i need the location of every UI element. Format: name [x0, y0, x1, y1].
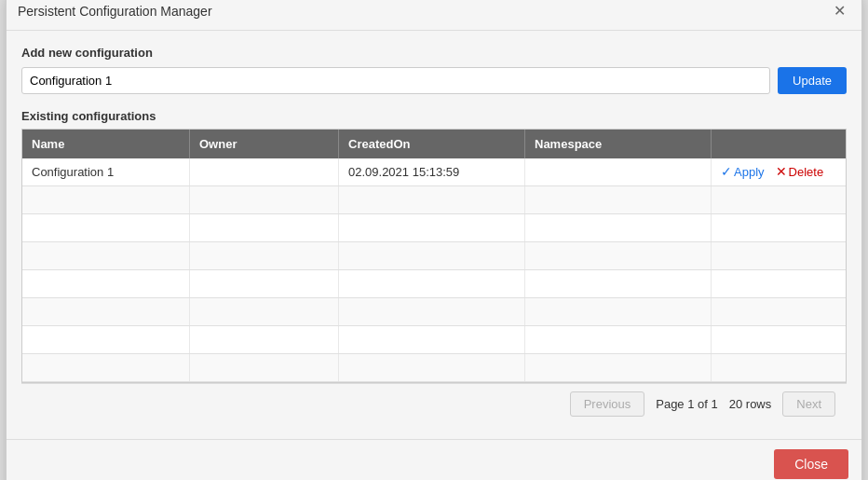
table-row [22, 298, 846, 326]
pagination-row: Previous Page 1 of 1 20 rows Next [21, 383, 847, 424]
cell-empty [22, 326, 190, 353]
cell-empty [525, 186, 712, 213]
update-button[interactable]: Update [778, 67, 847, 94]
add-config-row: Update [21, 67, 847, 94]
checkmark-icon: ✓ [721, 164, 732, 179]
cell-empty [190, 298, 339, 325]
dialog: Persistent Configuration Manager ✕ Add n… [6, 0, 862, 480]
previous-button[interactable]: Previous [570, 391, 645, 417]
cell-empty [190, 270, 339, 297]
cell-empty [712, 354, 846, 381]
dialog-header: Persistent Configuration Manager ✕ [7, 0, 861, 31]
cell-empty [712, 270, 846, 297]
cell-empty [22, 186, 190, 213]
cell-empty [712, 214, 846, 241]
cell-empty [339, 326, 525, 353]
table-row [22, 270, 846, 298]
cell-owner [190, 158, 339, 185]
config-name-input[interactable] [21, 67, 770, 94]
cell-empty [339, 242, 525, 269]
cell-empty [339, 214, 525, 241]
next-button[interactable]: Next [782, 391, 835, 417]
existing-configs-label: Existing configurations [21, 109, 847, 123]
config-table: Name Owner CreatedOn Namespace Configura… [21, 129, 847, 383]
cell-empty [22, 298, 190, 325]
delete-link[interactable]: ✕ Delete [776, 164, 824, 179]
close-x-button[interactable]: ✕ [828, 0, 850, 22]
cell-name: Configuration 1 [22, 158, 190, 185]
cell-empty [712, 242, 846, 269]
page-info: Page 1 of 1 [656, 397, 718, 411]
cell-empty [339, 186, 525, 213]
col-createdon: CreatedOn [339, 130, 525, 158]
cell-empty [339, 354, 525, 381]
cell-empty [525, 242, 712, 269]
table-row [22, 214, 846, 242]
cell-empty [339, 270, 525, 297]
cell-createdon: 02.09.2021 15:13:59 [339, 158, 525, 185]
cell-empty [190, 242, 339, 269]
cell-empty [339, 298, 525, 325]
cell-empty [712, 326, 846, 353]
cell-empty [190, 214, 339, 241]
cell-empty [22, 214, 190, 241]
table-row [22, 186, 846, 214]
dialog-body: Add new configuration Update Existing co… [7, 31, 861, 439]
col-owner: Owner [190, 130, 339, 158]
cell-empty [190, 186, 339, 213]
dialog-footer: Close [7, 439, 861, 481]
dialog-title: Persistent Configuration Manager [18, 4, 212, 19]
col-namespace: Namespace [525, 130, 712, 158]
delete-label: Delete [789, 165, 824, 179]
cell-empty [525, 214, 712, 241]
cell-empty [525, 298, 712, 325]
close-button[interactable]: Close [774, 449, 848, 479]
table-row [22, 354, 846, 382]
table-row [22, 242, 846, 270]
cell-empty [712, 298, 846, 325]
add-config-label: Add new configuration [21, 46, 847, 60]
col-name: Name [22, 130, 190, 158]
cell-empty [190, 354, 339, 381]
cell-empty [190, 326, 339, 353]
apply-link[interactable]: ✓ Apply [721, 164, 765, 179]
cell-empty [22, 270, 190, 297]
cell-empty [525, 326, 712, 353]
cell-empty [712, 186, 846, 213]
cell-empty [22, 354, 190, 381]
apply-label: Apply [734, 165, 765, 179]
table-row [22, 326, 846, 354]
cell-empty [525, 270, 712, 297]
cell-namespace [525, 158, 712, 185]
cell-actions: ✓ Apply ✕ Delete [712, 158, 846, 185]
col-actions [712, 130, 846, 158]
x-delete-icon: ✕ [776, 164, 787, 179]
cell-empty [22, 242, 190, 269]
rows-info: 20 rows [729, 397, 772, 411]
table-header: Name Owner CreatedOn Namespace [22, 130, 846, 158]
cell-empty [525, 354, 712, 381]
table-row: Configuration 1 02.09.2021 15:13:59 ✓ Ap… [22, 158, 846, 186]
table-body: Configuration 1 02.09.2021 15:13:59 ✓ Ap… [22, 158, 846, 382]
